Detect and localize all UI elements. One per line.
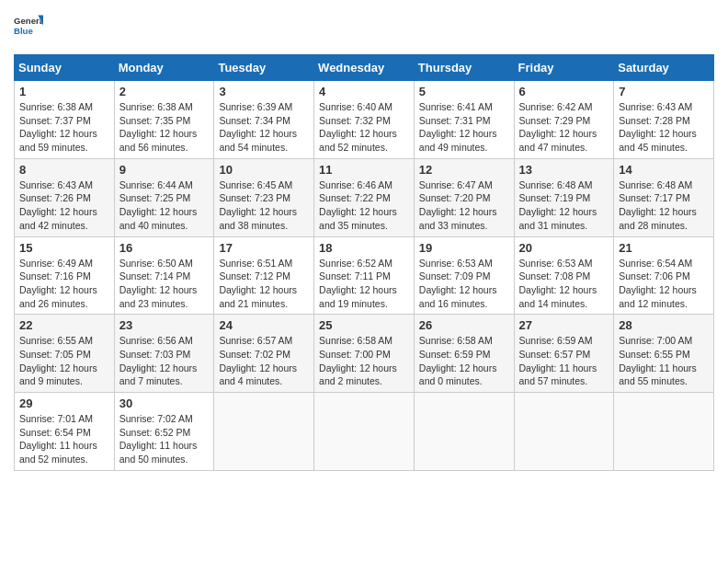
day-info: Sunrise: 6:45 AM Sunset: 7:23 PM Dayligh… <box>219 178 309 233</box>
day-number: 22 <box>19 318 109 332</box>
calendar-cell: 2Sunrise: 6:38 AM Sunset: 7:35 PM Daylig… <box>114 81 214 159</box>
calendar-cell <box>314 393 415 471</box>
day-info: Sunrise: 6:43 AM Sunset: 7:26 PM Dayligh… <box>19 178 109 233</box>
calendar-cell <box>514 393 614 471</box>
day-info: Sunrise: 6:42 AM Sunset: 7:29 PM Dayligh… <box>519 100 609 155</box>
weekday-header: Wednesday <box>314 55 415 81</box>
calendar-cell: 9Sunrise: 6:44 AM Sunset: 7:25 PM Daylig… <box>114 158 214 236</box>
day-number: 5 <box>419 85 509 98</box>
weekday-header: Tuesday <box>214 55 314 81</box>
day-info: Sunrise: 7:00 AM Sunset: 6:55 PM Dayligh… <box>619 334 709 388</box>
day-info: Sunrise: 6:58 AM Sunset: 7:00 PM Dayligh… <box>319 334 409 388</box>
calendar-cell: 13Sunrise: 6:48 AM Sunset: 7:19 PM Dayli… <box>514 158 614 236</box>
day-number: 14 <box>619 163 709 177</box>
logo-icon: General Blue <box>14 14 43 43</box>
calendar-cell: 15Sunrise: 6:49 AM Sunset: 7:16 PM Dayli… <box>15 236 115 315</box>
day-number: 10 <box>219 163 309 177</box>
day-info: Sunrise: 6:48 AM Sunset: 7:19 PM Dayligh… <box>519 178 609 233</box>
calendar-cell: 28Sunrise: 7:00 AM Sunset: 6:55 PM Dayli… <box>614 315 714 393</box>
calendar-week-row: 29Sunrise: 7:01 AM Sunset: 6:54 PM Dayli… <box>15 393 714 471</box>
calendar-cell <box>414 393 514 471</box>
calendar-week-row: 1Sunrise: 6:38 AM Sunset: 7:37 PM Daylig… <box>15 81 714 159</box>
calendar-table: SundayMondayTuesdayWednesdayThursdayFrid… <box>14 54 714 471</box>
day-number: 13 <box>519 163 609 177</box>
calendar-cell: 23Sunrise: 6:56 AM Sunset: 7:03 PM Dayli… <box>114 315 214 393</box>
calendar-cell: 20Sunrise: 6:53 AM Sunset: 7:08 PM Dayli… <box>514 236 614 315</box>
day-number: 27 <box>519 318 609 332</box>
day-number: 1 <box>19 85 109 98</box>
day-info: Sunrise: 7:02 AM Sunset: 6:52 PM Dayligh… <box>119 412 210 466</box>
calendar-cell: 16Sunrise: 6:50 AM Sunset: 7:14 PM Dayli… <box>114 236 214 315</box>
day-info: Sunrise: 6:48 AM Sunset: 7:17 PM Dayligh… <box>619 178 709 233</box>
day-info: Sunrise: 6:58 AM Sunset: 6:59 PM Dayligh… <box>419 334 509 388</box>
day-info: Sunrise: 6:40 AM Sunset: 7:32 PM Dayligh… <box>319 100 409 155</box>
day-number: 24 <box>219 318 309 332</box>
day-info: Sunrise: 6:57 AM Sunset: 7:02 PM Dayligh… <box>219 334 309 388</box>
day-number: 3 <box>219 85 309 98</box>
weekday-header: Monday <box>114 55 214 81</box>
calendar-cell: 30Sunrise: 7:02 AM Sunset: 6:52 PM Dayli… <box>114 393 214 471</box>
day-number: 30 <box>119 396 210 410</box>
calendar-cell: 4Sunrise: 6:40 AM Sunset: 7:32 PM Daylig… <box>314 81 415 159</box>
day-number: 25 <box>319 318 409 332</box>
day-info: Sunrise: 6:39 AM Sunset: 7:34 PM Dayligh… <box>219 100 309 155</box>
day-number: 17 <box>219 241 309 255</box>
day-info: Sunrise: 7:01 AM Sunset: 6:54 PM Dayligh… <box>19 412 109 466</box>
day-info: Sunrise: 6:50 AM Sunset: 7:14 PM Dayligh… <box>119 257 210 311</box>
calendar-cell: 1Sunrise: 6:38 AM Sunset: 7:37 PM Daylig… <box>15 81 115 159</box>
day-number: 2 <box>119 85 210 98</box>
weekday-header: Thursday <box>414 55 514 81</box>
day-number: 19 <box>419 241 509 255</box>
calendar-cell: 27Sunrise: 6:59 AM Sunset: 6:57 PM Dayli… <box>514 315 614 393</box>
day-number: 16 <box>119 241 210 255</box>
day-info: Sunrise: 6:53 AM Sunset: 7:09 PM Dayligh… <box>419 257 509 311</box>
day-number: 11 <box>319 163 409 177</box>
calendar-week-row: 22Sunrise: 6:55 AM Sunset: 7:05 PM Dayli… <box>15 315 714 393</box>
logo: General Blue <box>14 14 43 43</box>
weekday-header-row: SundayMondayTuesdayWednesdayThursdayFrid… <box>15 55 714 81</box>
calendar-cell: 17Sunrise: 6:51 AM Sunset: 7:12 PM Dayli… <box>214 236 314 315</box>
weekday-header: Friday <box>514 55 614 81</box>
calendar-cell: 7Sunrise: 6:43 AM Sunset: 7:28 PM Daylig… <box>614 81 714 159</box>
day-info: Sunrise: 6:44 AM Sunset: 7:25 PM Dayligh… <box>119 178 210 233</box>
svg-text:General: General <box>14 16 43 26</box>
calendar-week-row: 8Sunrise: 6:43 AM Sunset: 7:26 PM Daylig… <box>15 158 714 236</box>
calendar-cell: 3Sunrise: 6:39 AM Sunset: 7:34 PM Daylig… <box>214 81 314 159</box>
calendar-cell: 12Sunrise: 6:47 AM Sunset: 7:20 PM Dayli… <box>414 158 514 236</box>
calendar-cell: 24Sunrise: 6:57 AM Sunset: 7:02 PM Dayli… <box>214 315 314 393</box>
calendar-cell <box>214 393 314 471</box>
day-info: Sunrise: 6:55 AM Sunset: 7:05 PM Dayligh… <box>19 334 109 388</box>
calendar-cell: 18Sunrise: 6:52 AM Sunset: 7:11 PM Dayli… <box>314 236 415 315</box>
day-number: 9 <box>119 163 210 177</box>
calendar-week-row: 15Sunrise: 6:49 AM Sunset: 7:16 PM Dayli… <box>15 236 714 315</box>
calendar-cell: 10Sunrise: 6:45 AM Sunset: 7:23 PM Dayli… <box>214 158 314 236</box>
weekday-header: Saturday <box>614 55 714 81</box>
day-number: 8 <box>19 163 109 177</box>
day-info: Sunrise: 6:56 AM Sunset: 7:03 PM Dayligh… <box>119 334 210 388</box>
day-number: 28 <box>619 318 709 332</box>
day-info: Sunrise: 6:59 AM Sunset: 6:57 PM Dayligh… <box>519 334 609 388</box>
day-number: 6 <box>519 85 609 98</box>
day-number: 23 <box>119 318 210 332</box>
calendar-cell: 11Sunrise: 6:46 AM Sunset: 7:22 PM Dayli… <box>314 158 415 236</box>
calendar-cell: 8Sunrise: 6:43 AM Sunset: 7:26 PM Daylig… <box>15 158 115 236</box>
day-number: 26 <box>419 318 509 332</box>
calendar-cell: 29Sunrise: 7:01 AM Sunset: 6:54 PM Dayli… <box>15 393 115 471</box>
calendar-cell: 22Sunrise: 6:55 AM Sunset: 7:05 PM Dayli… <box>15 315 115 393</box>
calendar-cell: 5Sunrise: 6:41 AM Sunset: 7:31 PM Daylig… <box>414 81 514 159</box>
svg-text:Blue: Blue <box>14 26 33 36</box>
day-number: 4 <box>319 85 409 98</box>
calendar-cell: 14Sunrise: 6:48 AM Sunset: 7:17 PM Dayli… <box>614 158 714 236</box>
day-info: Sunrise: 6:46 AM Sunset: 7:22 PM Dayligh… <box>319 178 409 233</box>
day-info: Sunrise: 6:53 AM Sunset: 7:08 PM Dayligh… <box>519 257 609 311</box>
day-number: 20 <box>519 241 609 255</box>
calendar-cell: 26Sunrise: 6:58 AM Sunset: 6:59 PM Dayli… <box>414 315 514 393</box>
day-info: Sunrise: 6:38 AM Sunset: 7:37 PM Dayligh… <box>19 100 109 155</box>
day-number: 7 <box>619 85 709 98</box>
day-info: Sunrise: 6:38 AM Sunset: 7:35 PM Dayligh… <box>119 100 210 155</box>
day-info: Sunrise: 6:41 AM Sunset: 7:31 PM Dayligh… <box>419 100 509 155</box>
day-number: 29 <box>19 396 109 410</box>
day-info: Sunrise: 6:51 AM Sunset: 7:12 PM Dayligh… <box>219 257 309 311</box>
header: General Blue <box>14 14 714 43</box>
calendar-cell: 25Sunrise: 6:58 AM Sunset: 7:00 PM Dayli… <box>314 315 415 393</box>
